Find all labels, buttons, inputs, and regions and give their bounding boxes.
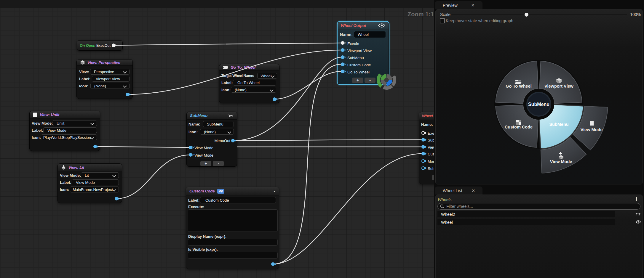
svg-text:View Mode: View Mode [550, 159, 572, 164]
svg-text:Go To Wheel: Go To Wheel [506, 84, 532, 89]
svg-text:SubMenu: SubMenu [549, 122, 568, 127]
svg-text:Viewport View: Viewport View [544, 84, 573, 89]
svg-text:SubMenu: SubMenu [528, 102, 549, 107]
svg-text:Custom Code: Custom Code [505, 125, 533, 129]
svg-text:View Mode: View Mode [581, 127, 603, 132]
